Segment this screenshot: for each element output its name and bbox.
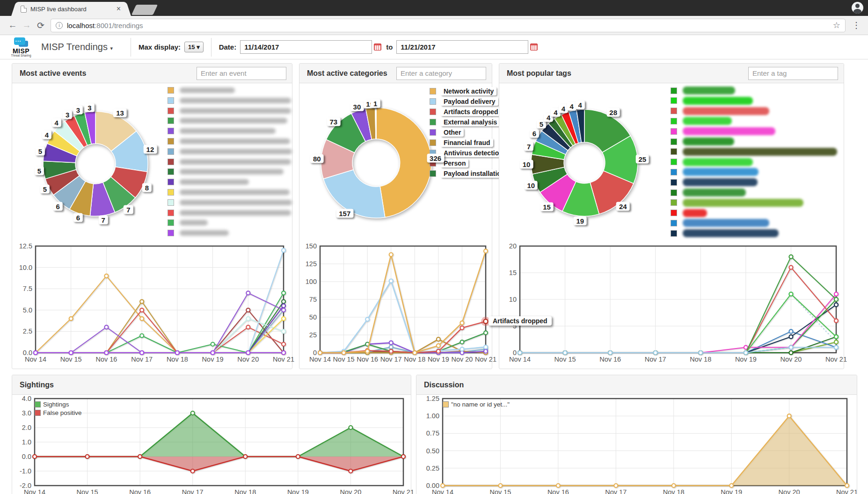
legend-label: Person bbox=[441, 159, 468, 167]
info-icon[interactable]: i bbox=[56, 22, 63, 29]
donut-slice-label: 4 bbox=[576, 101, 585, 109]
legend-blurred-text bbox=[180, 230, 229, 236]
panel-most-active-events: Most active events 13128776655544333 0.0… bbox=[12, 63, 292, 369]
reload-icon[interactable]: ⟳ bbox=[34, 20, 48, 31]
svg-text:Nov 19: Nov 19 bbox=[735, 356, 757, 363]
tag-pill-blurred bbox=[683, 87, 735, 94]
events-donut-chart[interactable]: 13128776655544333 bbox=[12, 83, 292, 242]
max-display-select[interactable]: 15 ▾ bbox=[184, 42, 204, 52]
discussion-chart[interactable]: 0.000.250.500.751.001.25Nov 14Nov 15Nov … bbox=[416, 395, 857, 494]
donut-slice-label: 157 bbox=[336, 209, 353, 218]
back-icon[interactable]: ← bbox=[6, 20, 20, 30]
calendar-icon[interactable] bbox=[530, 44, 538, 51]
svg-text:Nov 18: Nov 18 bbox=[404, 356, 425, 363]
legend-swatch bbox=[671, 210, 677, 216]
legend-swatch bbox=[168, 87, 174, 94]
date-to-input[interactable] bbox=[396, 40, 528, 54]
svg-text:3.0: 3.0 bbox=[22, 409, 31, 417]
donut-slice-label: 15 bbox=[540, 203, 554, 211]
legend-swatch bbox=[671, 97, 677, 104]
events-line-chart[interactable]: 0.02.55.07.510.012.5Nov 14Nov 15Nov 16No… bbox=[12, 242, 292, 369]
svg-text:Nov 16: Nov 16 bbox=[95, 356, 117, 363]
legend-item bbox=[671, 127, 775, 135]
tags-donut-chart[interactable]: 2825241915101076544444 bbox=[499, 83, 844, 242]
app-title-dropdown[interactable]: MISP Trendings ▾ bbox=[41, 42, 113, 52]
donut-slice-label: 25 bbox=[635, 154, 649, 163]
browser-tab-bar: MISP live dashboard × bbox=[0, 0, 868, 16]
legend-blurred-text bbox=[180, 200, 292, 205]
svg-text:Nov 20: Nov 20 bbox=[451, 356, 473, 363]
bookmark-star-icon[interactable]: ☆ bbox=[833, 20, 840, 30]
legend-swatch bbox=[430, 139, 436, 146]
legend-item: Financial fraud bbox=[430, 138, 493, 147]
tag-pill-blurred bbox=[683, 199, 803, 207]
event-search-input[interactable] bbox=[197, 67, 286, 80]
tab-stub[interactable] bbox=[131, 5, 158, 15]
browser-menu-icon[interactable]: ⋮ bbox=[850, 20, 862, 30]
legend-swatch bbox=[671, 230, 677, 237]
category-search-input[interactable] bbox=[396, 67, 486, 80]
legend-label: "no name or id yet..." bbox=[451, 401, 510, 408]
legend-swatch bbox=[430, 170, 436, 177]
misp-logo[interactable]: MISP Threat Sharing bbox=[6, 36, 36, 58]
legend-item bbox=[671, 219, 769, 227]
browser-tab[interactable]: MISP live dashboard × bbox=[17, 2, 125, 16]
tag-pill-blurred bbox=[683, 117, 732, 125]
svg-text:Nov 19: Nov 19 bbox=[287, 488, 309, 494]
donut-slice-label: 12 bbox=[144, 145, 157, 154]
donut-slice-label: 80 bbox=[310, 154, 324, 163]
svg-text:Nov 21: Nov 21 bbox=[836, 488, 858, 494]
tag-pill-blurred bbox=[683, 229, 779, 237]
tab-close-icon[interactable]: × bbox=[116, 5, 122, 13]
categories-line-chart[interactable]: 0255075100125150Nov 14Nov 15Nov 16Nov 17… bbox=[299, 242, 492, 369]
tags-line-chart[interactable]: 05101520Nov 14Nov 15Nov 16Nov 17Nov 18No… bbox=[499, 242, 844, 369]
legend-label: Financial fraud bbox=[441, 138, 493, 147]
panel-most-active-categories: Most active categories 326157807330191Ne… bbox=[299, 63, 492, 369]
legend-blurred-text bbox=[180, 220, 208, 225]
legend-item: Network activity bbox=[430, 87, 496, 95]
profile-icon[interactable] bbox=[852, 2, 863, 14]
date-to-label: to bbox=[386, 43, 393, 51]
legend-swatch bbox=[168, 108, 174, 114]
legend-item bbox=[168, 138, 290, 145]
svg-text:Nov 15: Nov 15 bbox=[554, 356, 576, 363]
svg-text:1.00: 1.00 bbox=[426, 412, 439, 420]
legend-item bbox=[671, 97, 753, 105]
page-icon bbox=[21, 6, 27, 13]
donut-slice-label: 10 bbox=[524, 181, 538, 190]
tag-search-input[interactable] bbox=[748, 67, 838, 80]
legend-swatch bbox=[671, 108, 677, 114]
calendar-icon[interactable] bbox=[374, 44, 381, 51]
svg-text:Nov 21: Nov 21 bbox=[475, 356, 496, 363]
svg-text:5.0: 5.0 bbox=[23, 306, 32, 314]
sightings-chart[interactable]: -2.0-1.00.01.02.03.04.0Nov 14Nov 15Nov 1… bbox=[12, 395, 411, 494]
svg-text:Nov 17: Nov 17 bbox=[605, 488, 627, 494]
svg-text:Nov 14: Nov 14 bbox=[25, 356, 46, 363]
svg-text:Nov 18: Nov 18 bbox=[663, 488, 685, 494]
donut-slice-label: 30 bbox=[350, 102, 364, 111]
legend-item bbox=[168, 210, 291, 216]
forward-icon[interactable]: → bbox=[20, 20, 34, 30]
donut-slice-label: 3 bbox=[73, 105, 83, 114]
url-bar[interactable]: i localhost :8001/trendings ☆ bbox=[51, 19, 846, 32]
legend-label: Antivirus detection bbox=[441, 149, 506, 157]
legend-blurred-text bbox=[180, 87, 235, 93]
legend-swatch bbox=[671, 128, 677, 135]
legend-blurred-text bbox=[180, 189, 290, 195]
tag-pill-blurred bbox=[683, 127, 775, 135]
donut-slice-label: 19 bbox=[573, 216, 587, 225]
legend-item: "no name or id yet..." bbox=[443, 401, 510, 408]
legend-swatch bbox=[168, 179, 174, 185]
tag-pill-blurred bbox=[683, 97, 753, 105]
legend-swatch bbox=[671, 199, 677, 206]
donut-slice-label: 6 bbox=[530, 129, 539, 138]
tag-pill-blurred bbox=[683, 219, 769, 227]
legend-swatch bbox=[671, 87, 677, 94]
date-from-input[interactable] bbox=[240, 40, 372, 54]
legend-blurred-text bbox=[180, 169, 284, 174]
legend-item bbox=[168, 128, 276, 134]
legend-item bbox=[671, 199, 803, 207]
legend-blurred-text bbox=[180, 210, 291, 216]
categories-donut-chart[interactable]: 326157807330191Network activityPayload d… bbox=[299, 83, 492, 242]
legend-swatch bbox=[168, 230, 174, 236]
